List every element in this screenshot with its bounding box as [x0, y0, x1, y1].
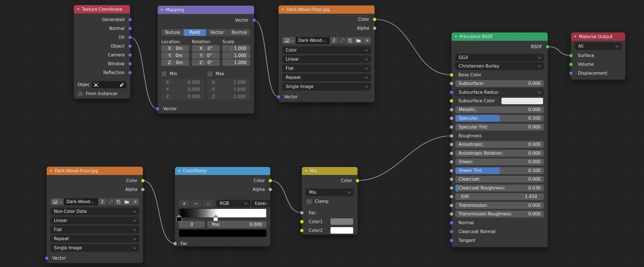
vector-input-socket[interactable]	[156, 107, 160, 111]
location-y-field[interactable]: Y:0m	[161, 52, 189, 59]
node-header[interactable]: Principled BSDF	[452, 32, 548, 41]
color-output-socket[interactable]	[268, 179, 272, 183]
node-header[interactable]: ColorRamp	[175, 167, 270, 175]
add-stop-button[interactable]: +	[179, 200, 190, 207]
node-header[interactable]: Texture Coordinate	[74, 5, 130, 13]
alpha-output-socket[interactable]	[268, 187, 272, 191]
specular-tint-input-socket[interactable]	[450, 125, 454, 129]
ior-input-socket[interactable]	[450, 195, 454, 199]
rotation-y-field[interactable]: Y:0°	[192, 52, 220, 59]
collapse-triangle-icon[interactable]	[50, 170, 52, 172]
node-header[interactable]: Material Output	[571, 32, 625, 41]
min-checkbox[interactable]	[161, 71, 167, 77]
node-material-output[interactable]: Material Output All Surface Volume Displ…	[571, 32, 625, 80]
extension-dropdown[interactable]: Repeat	[282, 74, 371, 81]
min-x-field[interactable]: X:0.000	[161, 79, 204, 85]
rotation-x-field[interactable]: X:0°	[192, 45, 220, 52]
max-checkbox[interactable]	[207, 71, 213, 77]
camera-output-socket[interactable]	[128, 53, 132, 57]
clearcoat-roughness-input-socket[interactable]	[450, 186, 454, 190]
node-header[interactable]: Mapping	[158, 6, 254, 14]
color1-swatch[interactable]	[330, 218, 354, 225]
displacement-input-socket[interactable]	[569, 71, 573, 75]
sheen-tint-input-socket[interactable]	[450, 169, 454, 173]
window-output-socket[interactable]	[128, 62, 132, 66]
ramp-options-button[interactable]	[203, 200, 214, 207]
node-colorramp[interactable]: ColorRamp Color Alpha + − RGB Ease 0 Pos…	[175, 167, 271, 246]
color2-input-socket[interactable]	[300, 229, 304, 233]
color-ramp-gradient[interactable]	[179, 209, 267, 218]
node-image-texture-bottom[interactable]: Dark-Wood-Floor.jpg Color Alpha Dark-Woo…	[46, 166, 143, 263]
location-z-field[interactable]: Z:0m	[161, 59, 189, 66]
collapse-triangle-icon[interactable]	[282, 9, 284, 10]
alpha-output-socket[interactable]	[373, 26, 377, 30]
anisotropic-rotation-input-socket[interactable]	[450, 151, 454, 155]
stop-position-field[interactable]: Pos:0.000	[207, 221, 267, 228]
max-z-field[interactable]: Z:1.000	[207, 93, 250, 100]
specular-slider[interactable]: Specular:0.500	[455, 115, 544, 122]
collapse-triangle-icon[interactable]	[77, 9, 79, 10]
open-folder-icon[interactable]	[122, 198, 131, 205]
users-count-button[interactable]: 2	[98, 198, 106, 205]
copy-icon[interactable]	[346, 37, 354, 44]
node-header[interactable]: Dark-Wood-Floor.jpg	[279, 5, 375, 14]
ramp-stop-handle[interactable]	[176, 215, 182, 221]
color-output-socket[interactable]	[373, 17, 377, 21]
tab-point[interactable]: Point	[184, 29, 206, 36]
target-dropdown[interactable]: All	[575, 42, 621, 50]
node-editor-canvas[interactable]: Texture Coordinate Generated Normal UV O…	[0, 0, 644, 267]
clearcoat-roughness-slider[interactable]: Clearcoat Roughness:0.030	[455, 185, 544, 191]
copy-icon[interactable]	[114, 198, 122, 205]
node-header[interactable]: Dark-Wood-Floor.jpg	[47, 167, 143, 175]
anisotropic-slider[interactable]: Anisotropic:0.000	[455, 141, 544, 148]
tangent-input-socket[interactable]	[450, 239, 454, 242]
interpolation-dropdown[interactable]: Linear	[282, 56, 371, 63]
node-header[interactable]: Mix	[302, 167, 357, 175]
unlink-icon[interactable]	[338, 37, 346, 44]
base-color-input-socket[interactable]	[450, 73, 454, 77]
eyedropper-icon[interactable]	[120, 82, 124, 87]
clamp-checkbox[interactable]	[306, 199, 312, 204]
color-mode-dropdown[interactable]: RGB	[216, 200, 250, 207]
bsdf-output-socket[interactable]	[546, 45, 550, 49]
volume-input-socket[interactable]	[569, 62, 573, 66]
uv-output-socket[interactable]	[128, 35, 132, 39]
tab-texture[interactable]: Texture	[161, 29, 183, 36]
ramp-interpolation-dropdown[interactable]: Ease	[251, 200, 271, 207]
scale-z-field[interactable]: 1.000	[222, 59, 250, 66]
node-image-texture-top[interactable]: Dark-Wood-Floor.jpg Color Alpha Dark-Woo…	[278, 5, 375, 102]
normal-output-socket[interactable]	[128, 27, 132, 30]
source-dropdown[interactable]: Single Image	[50, 244, 139, 252]
tab-normal[interactable]: Normal	[228, 29, 250, 36]
color-space-dropdown[interactable]: Non-Color Data	[50, 208, 139, 215]
vector-input-socket[interactable]	[45, 256, 49, 260]
source-dropdown[interactable]: Single Image	[282, 83, 371, 90]
fac-input-socket[interactable]	[300, 211, 304, 215]
clearcoat-slider[interactable]: Clearcoat:0.000	[455, 176, 544, 183]
blend-mode-dropdown[interactable]: Mix	[306, 189, 354, 196]
node-principled-bsdf[interactable]: Principled BSDF BSDF GGX Christensen-Bur…	[451, 32, 548, 247]
color-output-socket[interactable]	[141, 179, 145, 183]
clearcoat-normal-input-socket[interactable]	[450, 230, 454, 234]
image-browse-button[interactable]	[50, 198, 64, 205]
collapse-triangle-icon[interactable]	[178, 170, 180, 172]
interpolation-dropdown[interactable]: Linear	[50, 217, 139, 224]
surface-input-socket[interactable]	[569, 54, 573, 58]
node-mapping[interactable]: Mapping Vector Texture Point Vector Norm…	[157, 5, 254, 114]
metallic-slider[interactable]: Metallic:0.000	[455, 106, 544, 113]
stop-index-field[interactable]: 0	[179, 221, 205, 228]
color-output-socket[interactable]	[355, 179, 359, 183]
max-x-field[interactable]: X:1.000	[207, 79, 250, 85]
vector-input-socket[interactable]	[277, 95, 281, 99]
close-icon[interactable]	[363, 37, 371, 44]
transmission-input-socket[interactable]	[450, 203, 454, 207]
reflection-output-socket[interactable]	[128, 71, 132, 75]
image-browse-button[interactable]	[282, 37, 295, 44]
location-x-field[interactable]: X:0m	[161, 45, 189, 52]
object-picker-field[interactable]	[92, 81, 126, 88]
tab-vector[interactable]: Vector	[206, 29, 228, 36]
sheen-slider[interactable]: Sheen:0.000	[455, 158, 544, 165]
node-texture-coordinate[interactable]: Texture Coordinate Generated Normal UV O…	[74, 5, 130, 99]
subsurface-color-input-socket[interactable]	[450, 99, 454, 103]
image-name-field[interactable]: Dark-Wood-..	[296, 37, 330, 44]
